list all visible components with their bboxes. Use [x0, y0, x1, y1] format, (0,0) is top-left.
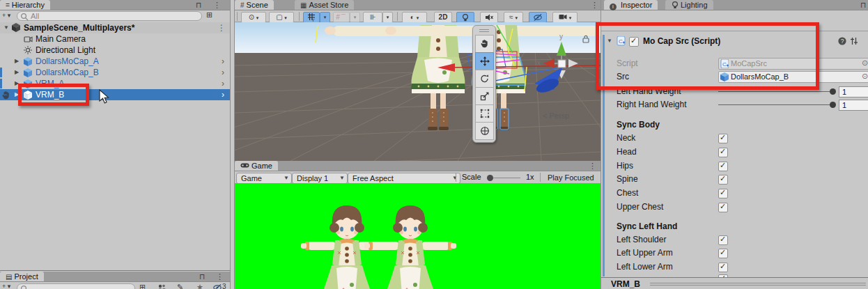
- favorites-star-icon[interactable]: ★: [196, 283, 203, 289]
- transform-tool-button[interactable]: [475, 122, 494, 140]
- scene-audio-toggle[interactable]: [480, 12, 498, 23]
- search-window-icon[interactable]: ⊞: [206, 10, 212, 19]
- foldout-closed-icon[interactable]: ▶: [15, 89, 19, 100]
- foldout-open-icon[interactable]: ▼: [3, 22, 9, 33]
- right-hand-weight-knob[interactable]: [830, 102, 836, 108]
- tab-game[interactable]: Game: [235, 161, 278, 171]
- tab-asset-store[interactable]: ▦Asset Store: [295, 0, 354, 10]
- snap-dropdown[interactable]: ▾: [350, 12, 360, 23]
- prefab-open-arrow[interactable]: ›: [222, 78, 224, 89]
- aspect-dropdown[interactable]: Free Aspect▼: [348, 173, 460, 184]
- left-upper-arm-checkbox[interactable]: [718, 249, 728, 258]
- right-hand-weight-slider[interactable]: [718, 104, 832, 105]
- scale-slider-knob[interactable]: [487, 175, 493, 181]
- hips-checkbox[interactable]: [718, 162, 728, 171]
- tab-inspector[interactable]: i Inspector: [604, 0, 658, 10]
- object-picker-icon[interactable]: ⊙: [862, 72, 868, 81]
- hidden-count-eye-icon[interactable]: [213, 283, 222, 289]
- tab-project[interactable]: ▤Project: [0, 272, 44, 281]
- foldout-closed-icon[interactable]: ▶: [15, 67, 19, 78]
- kebab-menu-icon[interactable]: ⋮: [216, 272, 224, 281]
- foldout-open-icon[interactable]: ▼: [607, 38, 612, 44]
- gizmo-lock-icon[interactable]: [582, 35, 591, 43]
- row-main-camera[interactable]: Main Camera: [0, 33, 230, 45]
- kebab-menu-icon[interactable]: ⋮: [213, 0, 221, 10]
- collab-people-icon[interactable]: [157, 283, 166, 289]
- edit-pen-icon[interactable]: ✎: [177, 283, 183, 289]
- foldout-closed-icon[interactable]: ▶: [15, 56, 19, 67]
- object-picker-icon[interactable]: ⊙: [862, 58, 868, 68]
- project-search-input[interactable]: [17, 283, 135, 289]
- row-vrm-a[interactable]: ▶ VRM_A ›: [0, 78, 230, 89]
- persp-label[interactable]: < Persp: [543, 111, 569, 120]
- tab-lighting[interactable]: Lighting: [665, 0, 713, 10]
- effects-toggle[interactable]: ≈ ▾: [504, 12, 523, 23]
- row-directional-light[interactable]: Directional Light: [0, 45, 230, 56]
- tab-scene[interactable]: #Scene: [235, 0, 274, 10]
- prefab-open-arrow[interactable]: ›: [222, 56, 224, 67]
- right-hand-weight-value[interactable]: 1: [839, 100, 868, 111]
- scene-row[interactable]: ▼ SampleScene_Multiplayers* ⋮: [0, 22, 230, 33]
- row-dollarsmocap-b[interactable]: ▶ DollarsMoCap_B ›: [0, 67, 230, 78]
- rotate-tool-button[interactable]: [475, 70, 494, 88]
- upper-chest-checkbox[interactable]: [718, 203, 728, 212]
- hand-tool-button[interactable]: [475, 35, 494, 53]
- rect-tool-button[interactable]: [475, 104, 494, 123]
- scene-camera-settings-button[interactable]: ▾: [552, 12, 578, 23]
- overlay-drag-handle[interactable]: [479, 29, 489, 30]
- move-tool-button[interactable]: [475, 52, 494, 70]
- kebab-menu-icon[interactable]: ⋮: [591, 0, 598, 10]
- display-dropdown[interactable]: Display 1▼: [292, 173, 348, 184]
- hierarchy-search-input[interactable]: All: [17, 11, 202, 21]
- mocapsrc-component-header[interactable]: ▼ Mo Cap Src (Script): [601, 35, 868, 49]
- lock-icon[interactable]: ⊓: [199, 272, 206, 281]
- game-display-mode-dropdown[interactable]: Game▼: [236, 173, 292, 184]
- create-menu-button[interactable]: + ▾: [2, 12, 10, 19]
- increment-snap-dropdown[interactable]: ▾: [382, 12, 393, 23]
- script-object-field[interactable]: MoCapSrc: [718, 58, 868, 70]
- create-menu-button[interactable]: + ▾: [2, 283, 10, 289]
- play-focused-dropdown[interactable]: Play Focused: [543, 173, 601, 182]
- tool-handle-rotation-button[interactable]: ▢ ▾: [269, 12, 294, 23]
- shading-mode-button[interactable]: ◐ ▾: [402, 12, 427, 23]
- overlay-drag-handle[interactable]: [479, 31, 489, 32]
- increment-snap-button[interactable]: ⊪: [363, 12, 382, 23]
- spine-checkbox[interactable]: [718, 175, 728, 185]
- chest-checkbox[interactable]: [718, 189, 728, 198]
- snap-magnet-icon[interactable]: #⌒: [333, 12, 350, 23]
- scene-viewport[interactable]: x y < Persp: [235, 22, 601, 161]
- row-dollarsmocap-a[interactable]: ▶ DollarsMoCap_A ›: [0, 56, 230, 67]
- grid-visibility-toggle[interactable]: [303, 12, 320, 23]
- row-vrm-b-selected[interactable]: ▶ VRM_B ›: [0, 89, 230, 100]
- prefab-open-arrow[interactable]: ›: [222, 89, 224, 100]
- help-icon[interactable]: [838, 37, 846, 45]
- scene-kebab-icon[interactable]: ⋮: [217, 22, 226, 33]
- scale-tool-button[interactable]: [475, 87, 494, 105]
- left-hand-weight-value[interactable]: 1: [839, 86, 868, 97]
- src-object-field[interactable]: DollarsMoCap_B: [718, 71, 868, 83]
- neck-checkbox[interactable]: [718, 134, 728, 143]
- dock-icon[interactable]: ⊓: [860, 0, 867, 10]
- prefab-open-arrow[interactable]: ›: [222, 67, 224, 78]
- tab-hierarchy[interactable]: =Hierarchy: [0, 0, 50, 10]
- tool-pivot-button[interactable]: ⊙ ▾: [241, 12, 266, 23]
- kebab-menu-icon[interactable]: ⋮: [589, 161, 596, 171]
- dock-icon[interactable]: ⊓: [196, 0, 202, 10]
- game-viewport[interactable]: [235, 183, 601, 289]
- left-lower-arm-checkbox[interactable]: [718, 263, 728, 272]
- preset-icon[interactable]: [850, 37, 858, 45]
- head-checkbox[interactable]: [718, 148, 728, 157]
- scene-visibility-toggle[interactable]: [529, 12, 547, 23]
- pick-hand-icon[interactable]: [1, 91, 10, 100]
- left-hand-weight-slider[interactable]: [718, 91, 832, 92]
- left-shoulder-checkbox[interactable]: [718, 235, 728, 245]
- scene-lighting-toggle[interactable]: [456, 12, 474, 23]
- component-enabled-checkbox[interactable]: [629, 37, 639, 47]
- 2d-toggle[interactable]: 2D: [434, 12, 452, 23]
- preview-pane-header[interactable]: VRM_B: [601, 277, 868, 289]
- foldout-closed-icon[interactable]: ▶: [15, 78, 19, 89]
- game-tabstrip: Game ⋮: [235, 161, 601, 171]
- open-window-icon[interactable]: ⊞: [139, 283, 146, 289]
- left-hand-weight-knob[interactable]: [830, 88, 836, 95]
- grid-dropdown[interactable]: ▾: [320, 12, 330, 23]
